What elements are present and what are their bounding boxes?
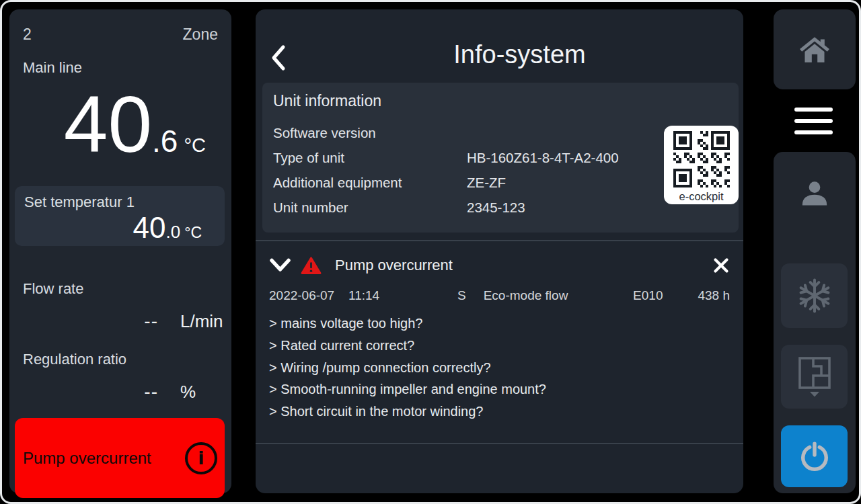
chevron-down-icon[interactable] <box>269 258 291 273</box>
main-temp-unit: °C <box>184 134 206 156</box>
set-temp-unit: °C <box>184 224 202 241</box>
sidebar-item-menu-active[interactable] <box>745 89 846 152</box>
row-value: ZE-ZF <box>467 175 506 200</box>
table-row: Type of unit HB-160Z61-8-4T-A2-400 <box>273 150 728 175</box>
regulation-ratio-label: Regulation ratio <box>23 351 126 368</box>
alarm-date: 2022-06-07 <box>269 288 348 303</box>
hmi-screen: 2 Zone Main line 40.6°C Set temperatur 1… <box>0 0 861 504</box>
home-icon <box>800 37 829 62</box>
alarm-header: Pump overcurrent <box>269 251 730 280</box>
flow-rate-label: Flow rate <box>23 280 83 298</box>
back-button[interactable] <box>269 44 287 71</box>
user-icon <box>800 179 829 208</box>
alarm-title: Pump overcurrent <box>335 257 453 274</box>
power-icon <box>799 441 830 472</box>
main-temp-integer: 40 <box>64 80 152 169</box>
info-icon[interactable]: i <box>185 442 217 474</box>
divider <box>256 240 743 241</box>
mold-button[interactable] <box>781 345 848 409</box>
zone-status-panel: 2 Zone Main line 40.6°C Set temperatur 1… <box>9 9 231 493</box>
flow-rate-value: -- <box>9 310 158 332</box>
zone-row: 2 Zone <box>23 26 218 44</box>
set-temperature-card[interactable]: Set temperatur 1 40.0°C <box>15 186 225 246</box>
unit-information-heading: Unit information <box>273 92 728 110</box>
main-temp-fraction: .6 <box>152 124 178 159</box>
alarm-checklist: > mains voltage too high? > Rated curren… <box>269 312 730 423</box>
alarm-detail-section: Pump overcurrent 2022-06-07 11:14 S Eco-… <box>269 251 730 423</box>
regulation-ratio-value: -- <box>9 381 158 403</box>
row-label: Software version <box>273 125 467 150</box>
regulation-ratio-unit: % <box>180 382 196 403</box>
zone-number: 2 <box>23 26 32 44</box>
power-button[interactable] <box>781 425 848 487</box>
sidebar-item-user[interactable] <box>774 179 856 208</box>
qr-code: e-cockpit <box>664 126 739 204</box>
row-label: Additional equipment <box>273 175 467 200</box>
info-system-panel: Info-system Unit information Software ve… <box>256 9 743 493</box>
row-label: Type of unit <box>273 150 467 175</box>
main-temperature-value: 40.6°C <box>9 85 206 164</box>
table-row: Additional equipment ZE-ZF <box>273 175 728 200</box>
list-item: > Wiring /pump connection correctly? <box>269 357 730 379</box>
menu-icon <box>794 108 833 134</box>
page-title: Info-system <box>296 40 743 69</box>
qr-code-label: e-cockpit <box>664 190 739 203</box>
alarm-operating-hours: 438 h <box>698 288 730 303</box>
alarm-status-letter: S <box>457 288 466 303</box>
chevron-left-icon <box>269 44 287 71</box>
alarm-time: 11:14 <box>348 288 390 303</box>
snowflake-icon <box>795 276 834 315</box>
list-item: > mains voltage too high? <box>269 312 730 335</box>
list-item: > Smooth-running impeller and engine mou… <box>269 378 730 401</box>
flow-rate-unit: L/min <box>180 311 223 332</box>
unit-information-rows: Software version Type of unit HB-160Z61-… <box>273 125 728 224</box>
sidebar-panel <box>774 152 856 493</box>
row-value: 2345-123 <box>467 200 525 224</box>
main-line-label: Main line <box>23 59 82 77</box>
mold-icon <box>796 355 833 398</box>
list-item: > Short circuit in the motor winding? <box>269 401 730 423</box>
set-temp-fraction: .0 <box>166 222 181 242</box>
alarm-detail-row: 2022-06-07 11:14 S Eco-mode flow E010 43… <box>269 288 730 303</box>
row-value: HB-160Z61-8-4T-A2-400 <box>467 150 619 175</box>
set-temperature-value: 40.0°C <box>24 213 215 243</box>
set-temp-integer: 40 <box>133 211 166 244</box>
row-label: Unit number <box>273 200 467 224</box>
divider <box>256 443 743 444</box>
sidebar-item-home[interactable] <box>774 9 856 89</box>
set-temperature-label: Set temperatur 1 <box>24 194 215 211</box>
alarm-banner-label: Pump overcurrent <box>23 449 151 468</box>
list-item: > Rated current correct? <box>269 335 730 357</box>
cooling-button[interactable] <box>781 263 848 328</box>
alarm-error-code: E010 <box>633 288 663 303</box>
alarm-banner[interactable]: Pump overcurrent i <box>15 418 225 498</box>
unit-information-card: Unit information Software version Type o… <box>262 83 739 233</box>
table-row: Unit number 2345-123 <box>273 200 728 224</box>
zone-label: Zone <box>183 26 218 44</box>
qr-code-image <box>673 131 730 187</box>
close-icon[interactable] <box>712 257 730 274</box>
table-row: Software version <box>273 125 728 150</box>
warning-icon <box>301 257 322 275</box>
alarm-mode: Eco-mode flow <box>484 288 568 303</box>
